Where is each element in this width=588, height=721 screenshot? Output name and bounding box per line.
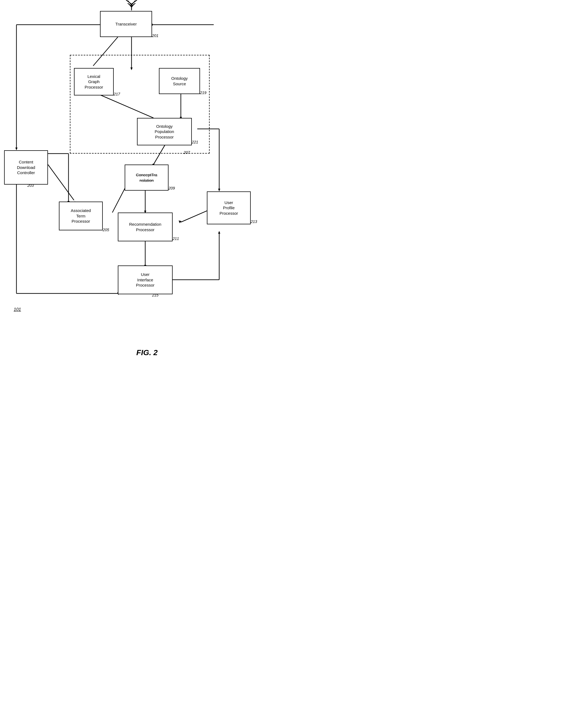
associated-term-box: AssociatedTermProcessor (59, 202, 103, 231)
dashed-region-ref: 207 (184, 150, 190, 155)
associated-term-label: AssociatedTermProcessor (71, 208, 91, 224)
user-interface-label: UserInterfaceProcessor (136, 272, 154, 288)
antenna-icon (127, 0, 136, 11)
lexical-ref: 217 (114, 92, 120, 96)
ontology-source-box: OntologySource (159, 68, 200, 94)
fig-label: FIG. 2 (0, 348, 294, 357)
lexical-graph-box: LexicalGraphProcessor (74, 68, 114, 96)
ontology-population-label: OntologyPopulationProcessor (155, 124, 174, 140)
svg-line-20 (48, 164, 74, 200)
diagram: Transceiver 201 207 LexicalGraphProcesso… (0, 0, 294, 343)
user-profile-box: UserProfileProcessor (207, 192, 251, 224)
concept-translation-box: ConceptTranslation (125, 164, 169, 191)
user-profile-label: UserProfileProcessor (219, 200, 238, 216)
ontology-population-box: OntologyPopulationProcessor (137, 118, 192, 145)
svg-marker-27 (15, 147, 18, 150)
concept-translation-label: ConceptTranslation (136, 172, 157, 183)
content-download-label: ContentDownloadController (17, 159, 35, 176)
svg-marker-19 (218, 189, 220, 192)
svg-marker-38 (218, 231, 220, 234)
ontology-source-ref: 219 (200, 91, 206, 95)
svg-line-43 (128, 1, 131, 5)
svg-marker-33 (178, 220, 182, 223)
recommendation-label: RecommendationProcessor (129, 222, 161, 232)
transceiver-box: Transceiver (100, 11, 152, 37)
user-interface-ref: 215 (152, 293, 159, 297)
user-profile-ref: 213 (251, 219, 257, 224)
svg-line-44 (131, 1, 135, 5)
system-ref-label: 101 (14, 307, 21, 312)
ontology-population-ref: 221 (192, 140, 198, 144)
content-download-ref: 203 (27, 183, 34, 187)
concept-translation-ref: 209 (169, 186, 175, 190)
lexical-label: LexicalGraphProcessor (85, 74, 103, 90)
associated-term-ref: 205 (103, 228, 109, 232)
recommendation-box: RecommendationProcessor (118, 213, 173, 241)
content-download-box: ContentDownloadController (4, 150, 48, 184)
ontology-source-label: OntologySource (171, 76, 188, 86)
transceiver-ref: 201 (152, 34, 159, 38)
antenna-svg (127, 0, 136, 11)
transceiver-label: Transceiver (115, 21, 137, 27)
user-interface-box: UserInterfaceProcessor (118, 265, 173, 294)
recommendation-ref: 211 (173, 236, 179, 241)
